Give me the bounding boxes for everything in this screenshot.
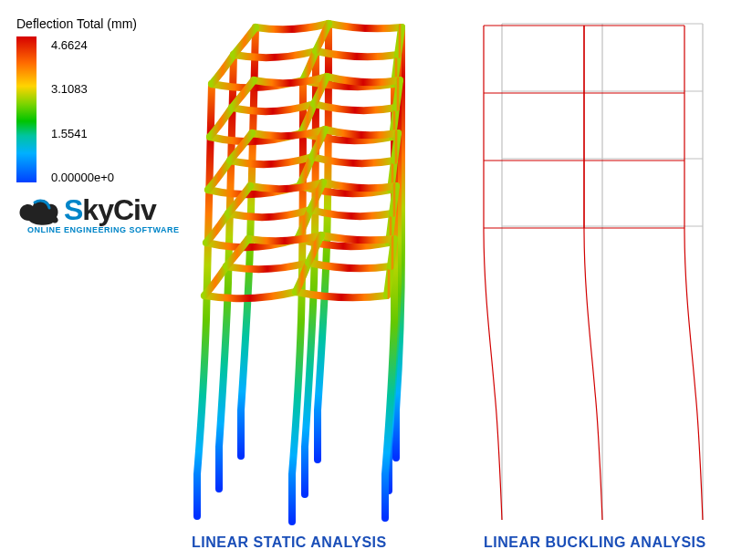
cloud-icon — [16, 195, 60, 226]
legend-label-min: 0.00000e+0 — [51, 171, 114, 184]
legend-label-2: 3.1083 — [51, 82, 114, 96]
caption-linear-static: LINEAR STATIC ANALYSIS — [192, 534, 387, 551]
logo-text: SkyCiv — [64, 193, 156, 227]
legend-title: Deflection Total (mm) — [16, 16, 137, 31]
legend-color-bar — [16, 36, 37, 182]
legend-label-1: 1.5541 — [51, 127, 114, 140]
logo-subtitle: ONLINE ENGINEERING SOFTWARE — [27, 225, 180, 234]
legend-labels: 4.6624 3.1083 1.5541 0.00000e+0 — [51, 36, 114, 186]
deflection-legend: Deflection Total (mm) 4.6624 3.1083 1.55… — [16, 16, 137, 186]
linear-static-viz — [183, 18, 456, 533]
caption-linear-buckling: LINEAR BUCKLING ANALYSIS — [484, 534, 706, 551]
legend-label-max: 4.6624 — [51, 38, 114, 52]
linear-buckling-viz — [475, 18, 748, 533]
skyciv-logo: SkyCiv ONLINE ENGINEERING SOFTWARE — [16, 193, 180, 234]
logo-rest: kyCiv — [82, 193, 155, 226]
